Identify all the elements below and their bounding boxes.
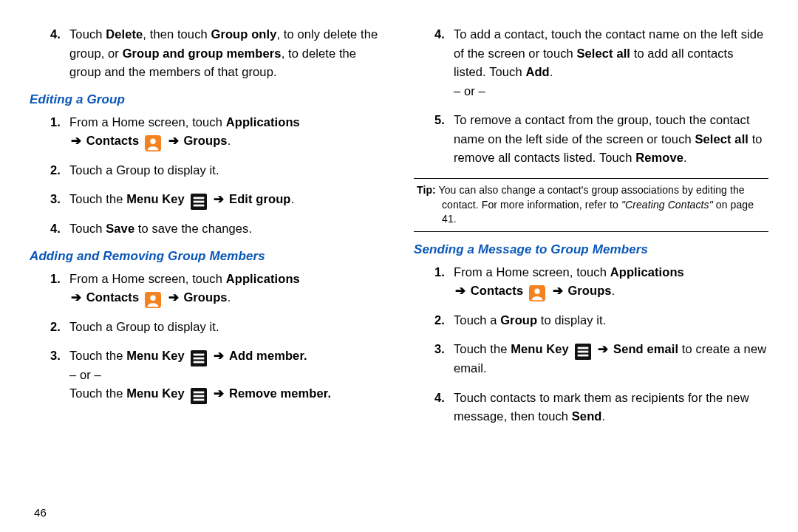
step-number: 5. (414, 111, 454, 168)
tip-label: Tip: (417, 184, 436, 196)
menu-key-icon (575, 344, 591, 360)
right-column: 4. To add a contact, touch the contact n… (414, 21, 768, 525)
step-body: Touch a Group to display it. (454, 311, 768, 330)
heading-add-remove: Adding and Removing Group Members (30, 249, 384, 264)
step-body: From a Home screen, touch Applications ➔… (69, 270, 384, 307)
page-number: 46 (34, 506, 47, 519)
steps-add-remove: 1. From a Home screen, touch Application… (30, 270, 384, 403)
menu-key-icon (191, 388, 207, 404)
step-number: 4. (30, 25, 69, 82)
step-body: From a Home screen, touch Applications ➔… (454, 263, 768, 301)
step-body: Touch Delete, then touch Group only, to … (69, 25, 384, 82)
menu-key-icon (191, 194, 207, 210)
step-number: 4. (414, 25, 454, 100)
contacts-icon (145, 135, 161, 151)
step-item: 2. Touch a Group to display it. (30, 161, 384, 180)
contacts-icon (529, 285, 545, 301)
step-body: Touch contacts to mark them as recipient… (454, 389, 768, 426)
step-number: 3. (414, 340, 454, 378)
step-item: 3. Touch the Menu Key ➔ Add member. – or… (30, 347, 384, 403)
step-number: 2. (30, 318, 69, 337)
step-body: To add a contact, touch the contact name… (454, 25, 768, 100)
step-number: 1. (30, 113, 69, 151)
applications-icon (690, 266, 706, 282)
heading-send-message: Sending a Message to Group Members (414, 242, 768, 257)
step-number: 4. (30, 219, 69, 239)
applications-icon (306, 273, 322, 289)
step-number: 1. (30, 270, 69, 307)
step-item: 5. To remove a contact from the group, t… (414, 111, 768, 168)
manual-page: 4. Touch Delete, then touch Group only, … (0, 0, 798, 532)
step-body: Touch a Group to display it. (69, 318, 384, 337)
step-body: Touch the Menu Key ➔ Send email to creat… (454, 340, 768, 378)
heading-editing-group: Editing a Group (30, 92, 384, 107)
steps-add-remove-continued: 4. To add a contact, touch the contact n… (414, 25, 768, 168)
steps-send-message: 1. From a Home screen, touch Application… (414, 263, 768, 426)
step-item: 2. Touch a Group to display it. (30, 318, 384, 337)
step-body: To remove a contact from the group, touc… (454, 111, 768, 168)
step-number: 4. (414, 389, 454, 426)
contacts-icon (145, 292, 161, 308)
step-item: 4. To add a contact, touch the contact n… (414, 25, 768, 100)
step-number: 3. (30, 190, 69, 209)
left-column: 4. Touch Delete, then touch Group only, … (30, 21, 384, 525)
step-number: 3. (30, 347, 69, 403)
applications-icon (306, 116, 322, 132)
step-item: 2. Touch a Group to display it. (414, 311, 768, 330)
step-body: Touch the Menu Key ➔ Add member. – or – … (69, 347, 384, 403)
step-item: 1. From a Home screen, touch Application… (414, 263, 768, 301)
tip-body: contact. For more information, refer to … (442, 198, 765, 227)
step-item: 4. Touch contacts to mark them as recipi… (414, 389, 768, 426)
step-item: 1. From a Home screen, touch Application… (30, 113, 384, 151)
step-item: 4. Touch Save to save the changes. (30, 219, 384, 239)
step-number: 2. (30, 161, 69, 180)
step-item: 4. Touch Delete, then touch Group only, … (30, 25, 384, 82)
step-item: 3. Touch the Menu Key ➔ Send email to cr… (414, 340, 768, 378)
step-number: 2. (414, 311, 454, 330)
step-body: Touch the Menu Key ➔ Edit group. (69, 190, 384, 209)
tip-box: Tip: You can also change a contact's gro… (414, 178, 768, 232)
step-item: 1. From a Home screen, touch Application… (30, 270, 384, 307)
step-body: From a Home screen, touch Applications ➔… (69, 113, 384, 151)
step-item: 3. Touch the Menu Key ➔ Edit group. (30, 190, 384, 209)
step-body: Touch Save to save the changes. (69, 219, 384, 239)
steps-edit-group: 1. From a Home screen, touch Application… (30, 113, 384, 239)
step-body: Touch a Group to display it. (69, 161, 384, 180)
step-number: 1. (414, 263, 454, 301)
menu-key-icon (191, 350, 207, 366)
steps-delete-continued: 4. Touch Delete, then touch Group only, … (30, 25, 384, 82)
